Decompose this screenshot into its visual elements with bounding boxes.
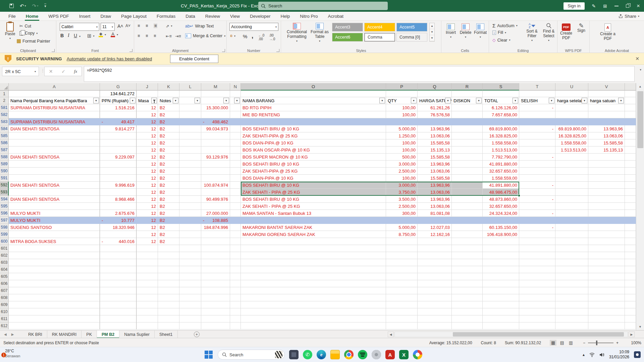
cell-P610[interactable] (386, 308, 418, 315)
cell-J585[interactable]: 12 (137, 132, 158, 139)
cell-M592[interactable]: 100.874.974 (201, 182, 230, 189)
cell-K591[interactable]: B2 (158, 175, 179, 182)
cell-L612[interactable] (179, 322, 201, 329)
decrease-decimal-button[interactable]: .00→.0 (269, 34, 275, 41)
cell-G591[interactable] (100, 175, 137, 182)
column-header-N[interactable]: N (230, 83, 241, 90)
cell-K582[interactable]: B2 (158, 111, 179, 118)
italic-button[interactable]: I (68, 33, 69, 38)
filter-dropdown-icon-V[interactable]: ▼ (618, 98, 624, 104)
cell-J594[interactable]: 12 (137, 196, 158, 203)
cell-J601[interactable] (137, 245, 158, 252)
cell-P598[interactable]: 5.000,00 (386, 224, 418, 231)
cell-U587[interactable]: 1.513.513,00 (555, 146, 588, 154)
wrap-text-button[interactable]: ab↵Wrap Text (185, 23, 214, 28)
taskbar-search-box[interactable]: Search (218, 350, 285, 360)
cell-S583[interactable] (483, 118, 519, 125)
row-header-589[interactable]: 589 (0, 161, 9, 168)
tab-draw[interactable]: Draw (96, 12, 116, 21)
cell-N1[interactable] (230, 90, 241, 97)
row-header-604[interactable]: 604 (0, 266, 9, 273)
cell-O597[interactable] (241, 217, 386, 224)
cell-V596[interactable] (588, 210, 625, 217)
cell-G607[interactable] (100, 287, 137, 294)
cell-V584[interactable]: 13.963,96 (588, 125, 625, 132)
cell-A612[interactable] (9, 322, 100, 329)
cell-K606[interactable] (158, 280, 179, 287)
cell-N592[interactable] (230, 182, 241, 189)
cell-J582[interactable]: 12 (137, 111, 158, 118)
cell-K585[interactable]: B2 (158, 132, 179, 139)
cell-T600[interactable] (519, 238, 555, 245)
row-header-585[interactable]: 585 (0, 132, 9, 139)
name-box[interactable]: 2R x 5C▾ (2, 67, 39, 76)
cell-R585[interactable] (452, 132, 483, 139)
cell-M603[interactable] (201, 259, 230, 266)
cell-G606[interactable] (100, 280, 137, 287)
cell-N595[interactable] (230, 203, 241, 210)
cell-Q597[interactable] (418, 217, 452, 224)
cell-G609[interactable] (100, 301, 137, 308)
column-header-M[interactable]: M (201, 83, 230, 90)
scroll-down-icon[interactable]: ▼ (636, 323, 644, 330)
cell-N605[interactable] (230, 273, 241, 280)
cell-R596[interactable] (452, 210, 483, 217)
cell-A611[interactable] (9, 315, 100, 322)
cell-K600[interactable]: B2 (158, 238, 179, 245)
cell-U609[interactable] (555, 301, 588, 308)
row-header-603[interactable]: 603 (0, 259, 9, 266)
tab-data[interactable]: Data (180, 12, 200, 21)
cell-P585[interactable]: 1.250,00 (386, 132, 418, 139)
cell-Q612[interactable] (418, 322, 452, 329)
cell-G604[interactable] (100, 266, 137, 273)
cell-T1[interactable] (519, 90, 555, 97)
borders-button[interactable]: ⊞▾ (87, 33, 95, 39)
cell-N582[interactable] (230, 111, 241, 118)
cell-T611[interactable] (519, 315, 555, 322)
cell-L609[interactable] (179, 301, 201, 308)
cell-Q593[interactable]: 13.063,06 (418, 189, 452, 196)
row-header-610[interactable]: 610 (0, 308, 9, 315)
cell-N597[interactable] (230, 217, 241, 224)
tab-nitro-pro[interactable]: Nitro Pro (295, 12, 323, 21)
cell-P581[interactable]: 100,00 (386, 104, 418, 111)
cell-O611[interactable] (241, 315, 386, 322)
cell-K612[interactable] (158, 322, 179, 329)
cell-M598[interactable]: 184.874.996 (201, 224, 230, 231)
cell-S602[interactable] (483, 252, 519, 259)
cell-K595[interactable]: B2 (158, 203, 179, 210)
cell-P597[interactable] (386, 217, 418, 224)
cell-L592[interactable] (179, 182, 201, 189)
cell-N607[interactable] (230, 287, 241, 294)
cell-A592[interactable]: DIAN SEHATI SENTOSA (9, 182, 100, 189)
cell-M596[interactable]: 27.000.000 (201, 210, 230, 217)
cell-O594[interactable]: BOS SEHATI BIRU @ 10 KG (241, 196, 386, 203)
cell-J581[interactable]: 12 (137, 104, 158, 111)
cell-V583[interactable] (588, 118, 625, 125)
cell-K607[interactable] (158, 287, 179, 294)
confirm-entry-button[interactable]: ✓ (61, 69, 65, 74)
row-header-607[interactable]: 607 (0, 287, 9, 294)
header-cell-A[interactable]: Nama Penjual Barang Kena Pajak/Bara▼ (9, 97, 100, 104)
cell-K611[interactable] (158, 315, 179, 322)
cell-R597[interactable] (452, 217, 483, 224)
clock[interactable]: 10:09 31/01/2026 (609, 350, 629, 360)
cell-V609[interactable] (588, 301, 625, 308)
cell-U597[interactable] (555, 217, 588, 224)
vertical-scroll-thumb[interactable] (637, 91, 643, 148)
cell-M606[interactable] (201, 280, 230, 287)
cell-O601[interactable] (241, 245, 386, 252)
cell-K610[interactable] (158, 308, 179, 315)
cell-S596[interactable]: 24.324.324,00 (483, 210, 519, 217)
cell-S600[interactable] (483, 238, 519, 245)
cell-S586[interactable]: 1.558.558,00 (483, 139, 519, 146)
cell-O609[interactable] (241, 301, 386, 308)
cell-P592[interactable]: 3.000,00 (386, 182, 418, 189)
cell-L587[interactable] (179, 146, 201, 154)
cell-Q594[interactable]: 13.963,96 (418, 196, 452, 203)
cell-S590[interactable]: 32.657.650,00 (483, 168, 519, 175)
cell-U610[interactable] (555, 308, 588, 315)
cell-L595[interactable] (179, 203, 201, 210)
cell-M595[interactable] (201, 203, 230, 210)
spotify-icon[interactable] (358, 350, 367, 359)
